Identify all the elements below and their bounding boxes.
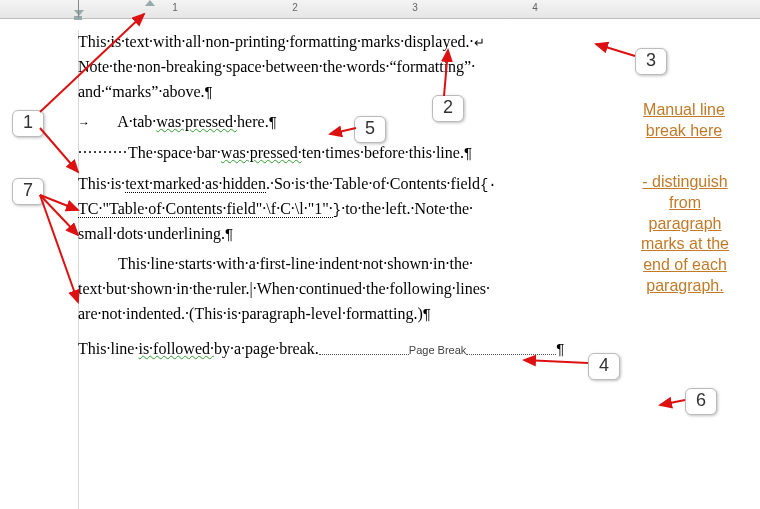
text: text·but·shown·in·the·ruler.|·When·conti… [78,280,490,297]
page-break-label: Page Break [409,344,466,356]
callout-1: 1 [12,110,44,137]
paragraph-6: This·line·is·followed·by·a·page·break.Pa… [78,337,653,362]
text: small·dots·underlining. [78,225,225,242]
text: This·is·text·with·all·non-printing·forma… [78,33,474,50]
field-brace-close-icon: } [333,202,341,218]
note-line: paragraph [649,215,722,232]
text: and·“marks”·above. [78,83,205,100]
tab-arrow-icon: → [78,114,114,133]
callout-5: 5 [354,116,386,143]
callout-6: 6 [685,388,717,415]
note-line: break here [646,122,723,139]
text: are·not·indented.·(This·is·paragraph-lev… [78,305,423,322]
text: .·So·is·the·Table·of·Contents·field [266,175,480,192]
text: by·a·page·break. [214,340,319,357]
text: The·space·bar· [128,144,221,161]
paragraph-3: ··········The·space·bar·was·pressed·ten·… [78,141,653,166]
paragraph-5: This·line·starts·with·a·first-line·inden… [78,252,653,326]
ruler-num: 2 [292,2,298,13]
paragraph-4: This·is·text·marked·as·hidden.·So·is·the… [78,172,653,246]
note-line: from [669,194,701,211]
callout-4: 4 [588,353,620,380]
text: ten·times·before·this·line. [302,144,464,161]
leading-spaces-dots: ·········· [78,144,128,161]
svg-line-9 [660,400,685,405]
note-manual-line-break: Manual line break here [618,100,750,142]
grammar-squiggle: is·followed· [138,340,214,357]
text: here. [237,113,269,130]
svg-line-2 [40,195,78,210]
text: This·is· [78,175,125,192]
text: Note·the·non-breaking·space·between·the·… [78,58,475,75]
text: A·tab· [117,113,156,130]
grammar-squiggle: was·pressed· [221,144,302,161]
pilcrow-icon: ¶ [269,113,277,130]
first-line-indent-marker[interactable] [145,0,155,6]
note-line: marks at the [641,235,729,252]
pilcrow-icon: ¶ [423,305,431,322]
pilcrow-icon: ¶ [556,340,564,357]
note-line: end of each [643,256,727,273]
svg-line-4 [40,195,78,302]
ruler-num: 3 [412,2,418,13]
field-code-text: TC·"Table·of·Contents·field"·\f·C·\l·"1"… [78,200,333,218]
pilcrow-icon: ¶ [225,225,233,242]
ruler: 1 2 3 4 [0,0,760,19]
callout-3: 3 [635,48,667,75]
svg-line-1 [40,128,78,172]
callout-2: 2 [432,95,464,122]
note-line: paragraph. [646,277,723,294]
text: This·line·starts·with·a·first-line·inden… [118,255,473,272]
grammar-squiggle: was·pressed· [156,113,237,130]
note-distinguish-paragraph-marks: - distinguish from paragraph marks at th… [620,172,750,297]
text: This·line· [78,340,138,357]
pilcrow-icon: ¶ [205,83,213,100]
document-body[interactable]: This·is·text·with·all·non-printing·forma… [78,30,653,366]
hidden-text: text·marked·as·hidden [125,175,266,193]
pilcrow-icon: ¶ [464,144,472,161]
svg-line-3 [40,195,78,235]
field-brace-open-icon: {· [480,177,497,193]
ruler-num: 1 [172,2,178,13]
ruler-num: 4 [532,2,538,13]
note-line: - distinguish [642,173,727,190]
paragraph-1: This·is·text·with·all·non-printing·forma… [78,30,653,104]
note-line: Manual line [643,101,725,118]
text: ·to·the·left.·Note·the· [341,200,473,217]
callout-7: 7 [12,178,44,205]
manual-line-break-mark: ↵ [474,35,485,50]
